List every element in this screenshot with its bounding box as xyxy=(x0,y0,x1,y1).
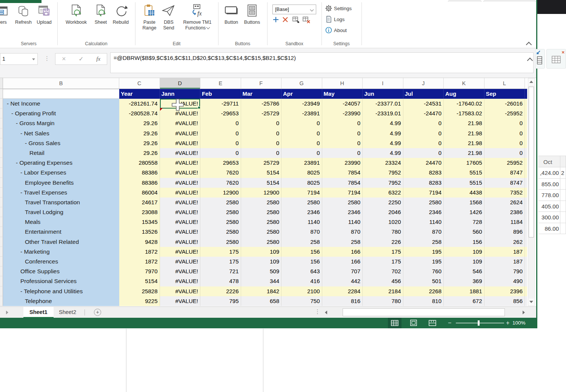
value-cell[interactable]: 25729 xyxy=(241,158,282,168)
value-cell[interactable]: 21.98 xyxy=(444,148,484,158)
value-cell[interactable]: 29.26 xyxy=(119,129,160,138)
value-cell[interactable]: 643 xyxy=(281,266,322,276)
value-cell[interactable]: 109 xyxy=(444,247,484,257)
value-cell[interactable]: 24470 xyxy=(403,158,444,168)
value-cell[interactable]: 2580 xyxy=(241,227,282,237)
value-cell[interactable]: 2580 xyxy=(200,198,241,207)
cell-b20[interactable] xyxy=(3,89,119,99)
scroll-right-button[interactable] xyxy=(520,308,528,317)
value-cell[interactable]: 1872 xyxy=(119,257,160,266)
value-cell[interactable]: 0 xyxy=(200,129,241,138)
value-cell[interactable]: 23324 xyxy=(363,158,403,168)
value-cell[interactable]: 0 xyxy=(241,129,282,138)
cancel-icon[interactable]: × xyxy=(62,55,66,63)
value-cell[interactable]: -25786 xyxy=(241,99,282,109)
value-cell[interactable]: 490 xyxy=(484,276,525,286)
sandbox-discard-button[interactable] xyxy=(303,17,310,25)
column-header-L[interactable]: L xyxy=(484,78,525,89)
value-cell[interactable]: #VALUE! xyxy=(160,118,201,128)
value-cell[interactable]: 21.98 xyxy=(444,118,484,128)
row-label-cell[interactable]: - Travel Expenses xyxy=(3,188,119,198)
value-cell[interactable]: 88386 xyxy=(119,178,160,188)
value-cell[interactable]: #VALUE! xyxy=(160,276,201,286)
value-cell[interactable]: 2284 xyxy=(322,286,363,296)
value-cell[interactable]: 2580 xyxy=(241,207,282,217)
value-cell[interactable]: #VALUE! xyxy=(160,168,201,178)
zoom-slider-thumb[interactable] xyxy=(478,320,480,326)
row-label-cell[interactable]: Conferences xyxy=(3,257,119,266)
value-cell[interactable]: 7620 xyxy=(200,168,241,178)
scroll-up-button[interactable] xyxy=(528,78,534,86)
vertical-scrollbar[interactable] xyxy=(528,78,535,306)
row-label-cell[interactable]: Other Travel Related xyxy=(3,237,119,247)
column-header-C[interactable]: C xyxy=(119,78,160,89)
value-cell[interactable]: -25952 xyxy=(484,109,525,118)
value-cell[interactable]: 0 xyxy=(281,129,322,138)
value-cell[interactable]: -29653 xyxy=(200,109,241,118)
value-cell[interactable]: 5515 xyxy=(444,168,484,178)
value-cell[interactable]: 2396 xyxy=(484,286,525,296)
sandbox-delete-button[interactable] xyxy=(282,17,288,24)
value-cell[interactable]: 166 xyxy=(322,257,363,266)
value-cell[interactable]: 721 xyxy=(200,266,241,276)
value-cell[interactable]: 456 xyxy=(363,276,403,286)
dbs-send-button[interactable]: DBS Send xyxy=(155,4,182,31)
zoom-out-button[interactable]: − xyxy=(448,318,451,328)
value-cell[interactable]: 175 xyxy=(200,257,241,266)
value-cell[interactable]: 109 xyxy=(241,247,282,257)
value-cell[interactable]: 0 xyxy=(281,138,322,148)
value-cell[interactable]: 2580 xyxy=(200,227,241,237)
month-header-cell[interactable]: Year xyxy=(119,89,160,99)
value-cell[interactable]: 2184 xyxy=(363,286,403,296)
value-cell[interactable]: 856 xyxy=(484,296,525,306)
ribbon-collapse-chevron[interactable] xyxy=(527,41,531,48)
value-cell[interactable]: 2580 xyxy=(281,198,322,207)
value-cell[interactable]: 23990 xyxy=(322,158,363,168)
value-cell[interactable]: -280528.74 xyxy=(119,109,160,118)
value-cell[interactable]: 156 xyxy=(281,257,322,266)
value-cell[interactable]: 1140 xyxy=(403,217,444,227)
value-cell[interactable]: 187 xyxy=(484,257,525,266)
value-cell[interactable]: #VALUE! xyxy=(160,217,201,227)
value-cell[interactable]: 7854 xyxy=(322,168,363,178)
column-header-D-selected[interactable]: D xyxy=(160,78,201,89)
row-label-cell[interactable]: Employee Benefits xyxy=(3,178,119,188)
value-cell[interactable]: 4.99 xyxy=(363,138,403,148)
value-cell[interactable]: #VALUE! xyxy=(160,266,201,276)
value-cell[interactable]: 870 xyxy=(281,227,322,237)
value-cell[interactable]: 0 xyxy=(281,118,322,128)
value-cell[interactable]: 0 xyxy=(322,129,363,138)
value-cell[interactable]: -23949 xyxy=(281,99,322,109)
value-cell[interactable]: 8747 xyxy=(484,178,525,188)
scroll-down-button[interactable] xyxy=(528,299,534,306)
value-cell[interactable]: 21.98 xyxy=(444,138,484,148)
value-cell[interactable]: 795 xyxy=(200,296,241,306)
value-cell[interactable]: 7620 xyxy=(200,178,241,188)
sandbox-commit-button[interactable] xyxy=(292,17,300,25)
value-cell[interactable]: 0 xyxy=(484,118,525,128)
value-cell[interactable]: 23088 xyxy=(119,207,160,217)
value-cell[interactable]: 17605 xyxy=(444,158,484,168)
value-cell[interactable]: 5515 xyxy=(444,178,484,188)
value-cell[interactable]: 4438 xyxy=(444,188,484,198)
value-cell[interactable]: 0 xyxy=(403,138,444,148)
value-cell[interactable]: 780 xyxy=(363,227,403,237)
value-cell[interactable]: 29.26 xyxy=(119,138,160,148)
value-cell[interactable]: 9225 xyxy=(119,296,160,306)
row-label-cell[interactable]: Entertainment xyxy=(3,227,119,237)
value-cell[interactable]: 12900 xyxy=(241,188,282,198)
buttons-button[interactable]: Buttons xyxy=(239,4,265,25)
value-cell[interactable]: 8283 xyxy=(403,178,444,188)
row-label-cell[interactable]: Meals xyxy=(3,217,119,227)
logs-button[interactable]: Logs xyxy=(325,15,345,24)
value-cell[interactable]: 7352 xyxy=(484,188,525,198)
value-cell[interactable]: #VALUE! xyxy=(160,237,201,247)
value-cell[interactable]: 0 xyxy=(200,148,241,158)
value-cell[interactable]: 13526 xyxy=(119,227,160,237)
month-header-cell[interactable]: Aug xyxy=(444,89,484,99)
value-cell[interactable]: 15345 xyxy=(119,217,160,227)
value-cell[interactable]: 0 xyxy=(241,138,282,148)
column-header-I[interactable]: I xyxy=(363,78,403,89)
value-cell[interactable]: 1842 xyxy=(241,286,282,296)
value-cell[interactable]: 195 xyxy=(403,247,444,257)
